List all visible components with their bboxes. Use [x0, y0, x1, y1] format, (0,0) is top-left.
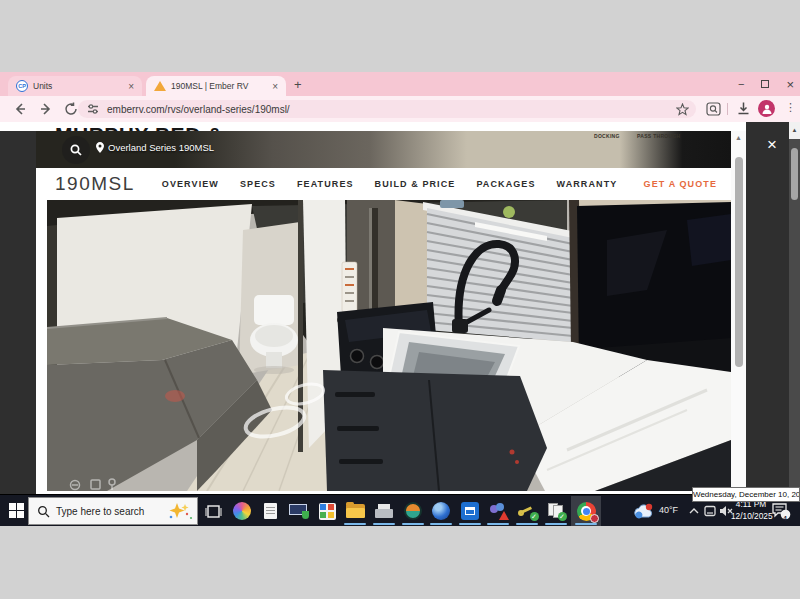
open-app-indicator: [487, 523, 509, 526]
taskbar-search[interactable]: Type here to search: [28, 497, 198, 525]
model-nav-bar: 190MSL OVERVIEW SPECS FEATURES BUILD & P…: [36, 168, 731, 200]
temperature-label[interactable]: 40°F: [659, 505, 678, 515]
tour-photo[interactable]: [47, 200, 731, 491]
tab-close-icon[interactable]: ×: [126, 81, 136, 92]
people-warning-icon: [489, 503, 508, 519]
store-icon: [319, 503, 336, 520]
nav-link-packages[interactable]: PACKAGES: [476, 179, 535, 189]
browser-window: CP Units × 190MSL | Ember RV × + − ×: [0, 72, 800, 494]
weather-button[interactable]: [628, 498, 658, 524]
nav-link-build-price[interactable]: BUILD & PRICE: [375, 179, 456, 189]
device-window-icon: [704, 505, 716, 517]
scroll-up-icon[interactable]: ▲: [789, 122, 800, 139]
page-heading: MURPHY BED &: [55, 123, 223, 131]
open-app-indicator: [575, 523, 597, 526]
key-manager-button[interactable]: ✓: [513, 498, 541, 524]
search-highlights-sparkle-icon: [167, 501, 193, 521]
document-icon: [264, 503, 277, 519]
browser-toolbar: emberrv.com/rvs/overland-series/190msl/ …: [0, 96, 800, 122]
sync-docs-button[interactable]: ✓: [542, 498, 570, 524]
tab-units[interactable]: CP Units ×: [8, 76, 142, 96]
reload-button[interactable]: [63, 101, 79, 117]
printer-app-button[interactable]: [370, 498, 398, 524]
open-app-indicator: [344, 523, 366, 526]
open-app-indicator: [545, 523, 567, 526]
chrome-icon: [577, 502, 596, 521]
model-brand: 190MSL: [55, 173, 135, 195]
open-app-indicator: [459, 523, 481, 526]
file-explorer-button[interactable]: [341, 498, 369, 524]
bookmark-star-icon[interactable]: [676, 103, 689, 116]
kiosk-app-button[interactable]: [456, 498, 484, 524]
new-tab-button[interactable]: +: [294, 77, 302, 92]
utility-app-button[interactable]: [399, 498, 427, 524]
tab-ember-rv[interactable]: 190MSL | Ember RV ×: [146, 76, 286, 96]
tab-strip: CP Units × 190MSL | Ember RV × + − ×: [0, 72, 800, 96]
scroll-up-icon[interactable]: ▲: [731, 134, 746, 141]
tab-close-icon[interactable]: ×: [270, 81, 280, 92]
side-panel-search-icon[interactable]: [706, 102, 722, 118]
teal-orange-circle-icon: [404, 502, 422, 520]
address-bar[interactable]: emberrv.com/rvs/overland-series/190msl/: [78, 100, 696, 118]
contacts-alert-button[interactable]: [484, 498, 512, 524]
folder-icon: [346, 504, 365, 518]
store-app-button[interactable]: [313, 498, 341, 524]
chrome-button[interactable]: [572, 498, 600, 524]
viewer-location: Overland Series 190MSL: [96, 142, 214, 153]
lightbox-close-button[interactable]: ×: [761, 134, 783, 156]
model-nav-links: OVERVIEW SPECS FEATURES BUILD & PRICE PA…: [162, 179, 618, 189]
window-close-button[interactable]: ×: [786, 77, 794, 92]
tab-title: Units: [33, 81, 126, 91]
nav-link-features[interactable]: FEATURES: [297, 179, 354, 189]
document-app-button[interactable]: [256, 498, 284, 524]
nav-link-overview[interactable]: OVERVIEW: [162, 179, 219, 189]
chevron-up-icon: [689, 508, 699, 514]
key-check-icon: ✓: [518, 503, 537, 519]
tour-modal: Overland Series 190MSL DOCKING PASS THRO…: [36, 131, 746, 494]
url-text[interactable]: emberrv.com/rvs/overland-series/190msl/: [107, 104, 290, 115]
maximize-button[interactable]: [761, 80, 769, 88]
nav-link-specs[interactable]: SPECS: [240, 179, 276, 189]
background-label: DOCKING: [594, 133, 620, 139]
site-info-icon[interactable]: [86, 102, 100, 116]
browser-menu-icon[interactable]: ⋮: [785, 101, 796, 114]
weather-cloud-icon: [632, 503, 654, 520]
modal-scrollbar-thumb[interactable]: [735, 157, 743, 367]
cp-favicon-icon: CP: [16, 80, 28, 92]
forward-button[interactable]: [38, 101, 54, 117]
lightbox-overlay: [0, 131, 36, 494]
get-a-quote-link[interactable]: GET A QUOTE: [644, 179, 717, 189]
nav-link-warranty[interactable]: WARRANTY: [557, 179, 618, 189]
date-tooltip: Wednesday, December 10, 2025: [692, 487, 800, 502]
taskbar: Type here to search ✓ ✓: [0, 494, 800, 526]
desktop: CP Units × 190MSL | Ember RV × + − ×: [0, 0, 800, 599]
printer-icon: [375, 504, 393, 518]
open-app-indicator: [430, 523, 452, 526]
window-controls: − ×: [738, 72, 794, 96]
profile-avatar[interactable]: [758, 100, 775, 117]
modal-scrollbar[interactable]: ▲: [731, 131, 746, 494]
copilot-button[interactable]: [228, 498, 256, 524]
open-app-indicator: [373, 523, 395, 526]
download-icon[interactable]: [736, 101, 752, 117]
copilot-icon: [233, 502, 251, 520]
minimize-button[interactable]: −: [738, 78, 744, 90]
viewer-top-bar: Overland Series 190MSL DOCKING PASS THRO…: [36, 131, 731, 168]
background-label: PASS THROUGH: [637, 133, 681, 139]
start-button[interactable]: [9, 503, 24, 518]
computer-shield-icon: [289, 504, 307, 519]
search-icon: [37, 505, 50, 518]
clock-date: 12/10/2025: [731, 511, 771, 523]
back-button[interactable]: [12, 101, 28, 117]
lightbox-overlay: [746, 122, 789, 494]
viewer-search-button[interactable]: [62, 136, 90, 164]
page-scrollbar-thumb[interactable]: [791, 148, 798, 200]
pages-check-icon: ✓: [548, 503, 565, 519]
browser-globe-button[interactable]: [427, 498, 455, 524]
page-scrollbar[interactable]: ▲: [789, 122, 800, 494]
system-security-button[interactable]: [284, 498, 312, 524]
search-placeholder: Type here to search: [56, 506, 167, 517]
ember-triangle-favicon-icon: [154, 81, 166, 91]
task-view-button[interactable]: [199, 498, 227, 524]
taskbar-clock[interactable]: 4:11 PM 12/10/2025: [731, 499, 771, 522]
